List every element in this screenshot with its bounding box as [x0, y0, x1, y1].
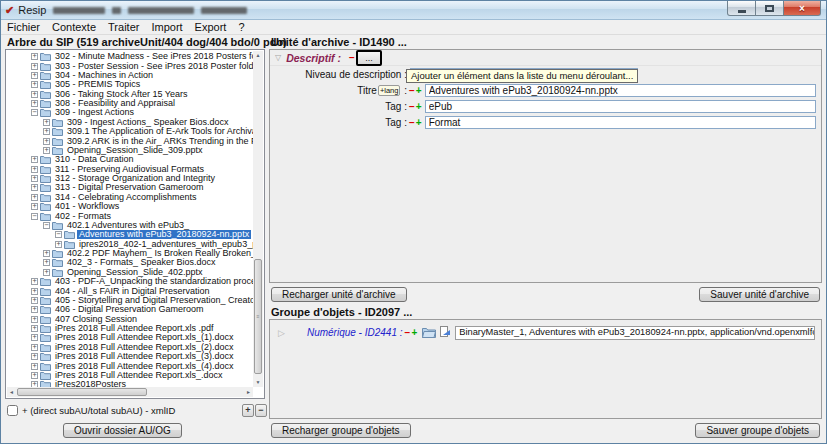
titlebar[interactable]: ✔ Resip ×: [1, 1, 826, 20]
tree-item-label: iPres 2018 Full Attendee Report.xls_(3).…: [53, 352, 236, 361]
save-unit-button[interactable]: Sauver unité d'archive: [699, 287, 820, 302]
folder-icon: [40, 287, 51, 296]
remove-field-icon[interactable]: −: [409, 102, 415, 112]
maximize-button[interactable]: [755, 1, 784, 16]
open-folder-icon[interactable]: [422, 324, 436, 342]
tree-expander-icon[interactable]: +: [55, 241, 62, 248]
close-button[interactable]: ×: [783, 1, 821, 16]
folder-icon: [40, 371, 51, 380]
save-object-group-button[interactable]: Sauver groupe d'objets: [695, 423, 820, 438]
subau-count-checkbox[interactable]: [7, 405, 18, 416]
tree-expander-icon[interactable]: +: [31, 63, 38, 70]
tree-expander-icon[interactable]: +: [31, 372, 38, 379]
tree-expander-icon[interactable]: +: [31, 353, 38, 360]
tree-expander-icon[interactable]: +: [43, 147, 50, 154]
tree-item[interactable]: + iPres2018Posters: [7, 380, 253, 387]
main-area: Arbre du SIP (519 archiveUnit/404 dog/40…: [1, 35, 826, 443]
menu-contexte[interactable]: Contexte: [46, 20, 102, 35]
tag-field[interactable]: [425, 116, 816, 129]
tree-expander-icon[interactable]: +: [31, 184, 38, 191]
add-object-icon[interactable]: +: [411, 328, 417, 338]
tree-expander-icon[interactable]: +: [43, 269, 50, 276]
reload-unit-button[interactable]: Recharger unité d'archive: [271, 287, 407, 302]
menu-import[interactable]: Import: [145, 20, 188, 35]
tree-expander-icon[interactable]: −: [31, 109, 38, 116]
scroll-up-icon[interactable]: ▲: [253, 51, 263, 60]
tree-expander-icon[interactable]: +: [31, 325, 38, 332]
tree-item[interactable]: + iPres 2018 Full Attendee Report.xls_.d…: [7, 371, 253, 380]
tree-expander-icon[interactable]: +: [31, 72, 38, 79]
tree-expander-icon[interactable]: +: [31, 278, 38, 285]
tree-expander-icon[interactable]: +: [43, 138, 50, 145]
descriptif-label: Descriptif :: [286, 52, 341, 64]
tree-expander-icon[interactable]: +: [31, 53, 38, 60]
scroll-left-icon[interactable]: ◄: [7, 387, 16, 397]
tree-horizontal-scrollbar[interactable]: ◄ ►: [7, 387, 253, 397]
expand-all-button[interactable]: +: [242, 404, 254, 417]
export-file-icon[interactable]: [439, 324, 451, 342]
remove-descriptif-icon[interactable]: −: [349, 53, 355, 63]
menu-export[interactable]: Export: [189, 20, 233, 35]
title-redacted-text: [201, 7, 247, 14]
add-field-icon[interactable]: +: [416, 118, 422, 128]
collapse-triangle-icon[interactable]: ▽: [275, 53, 281, 62]
add-element-button[interactable]: ...: [356, 50, 382, 66]
minimize-button[interactable]: [727, 1, 756, 16]
tree-expander-icon[interactable]: +: [31, 288, 38, 295]
tree-expander-icon[interactable]: +: [31, 316, 38, 323]
scroll-down-icon[interactable]: ▼: [253, 378, 263, 387]
tree-item[interactable]: + 302 - Minute Madness - See iPres 2018 …: [7, 52, 253, 61]
tree-expander-icon[interactable]: +: [31, 363, 38, 370]
tree-item[interactable]: + 403 - PDF-A_Unpacking the standardizat…: [7, 277, 253, 286]
tree-item[interactable]: + 401 - Workflows: [7, 202, 253, 211]
menu-help[interactable]: ?: [232, 20, 250, 35]
expand-triangle-icon[interactable]: ▷: [278, 328, 285, 338]
tree-expander-icon[interactable]: +: [31, 203, 38, 210]
tree-expander-icon[interactable]: +: [31, 175, 38, 182]
tree-item[interactable]: + iPres 2018 Full Attendee Report.xls_(3…: [7, 352, 253, 361]
menu-fichier[interactable]: Fichier: [1, 20, 46, 35]
tree-expander-icon[interactable]: +: [31, 194, 38, 201]
add-field-icon[interactable]: +: [416, 86, 422, 96]
horizontal-scroll-thumb[interactable]: [17, 388, 147, 396]
tree-expander-icon[interactable]: +: [31, 91, 38, 98]
tree-expander-icon[interactable]: −: [43, 222, 50, 229]
tree-expander-icon[interactable]: +: [43, 250, 50, 257]
remove-field-icon[interactable]: −: [409, 118, 415, 128]
vertical-scroll-thumb[interactable]: ≡: [254, 259, 262, 373]
tree-expander-icon[interactable]: −: [31, 213, 38, 220]
tree-item[interactable]: + 314 - Celebrating Accomplishments: [7, 193, 253, 202]
tree-expander-icon[interactable]: +: [31, 344, 38, 351]
add-field-icon[interactable]: +: [416, 102, 422, 112]
tag-field[interactable]: [425, 100, 816, 113]
folder-icon: [40, 305, 51, 314]
tree-vertical-scrollbar[interactable]: ▲ ≡ ▼: [253, 51, 263, 387]
tree-expander-icon[interactable]: +: [31, 166, 38, 173]
tree-expander-icon[interactable]: +: [31, 297, 38, 304]
menu-traiter[interactable]: Traiter: [102, 20, 145, 35]
window-controls: ×: [727, 1, 821, 16]
tree-expander-icon[interactable]: +: [43, 259, 50, 266]
tree-expander-icon[interactable]: +: [43, 119, 50, 126]
tree-expander-icon[interactable]: −: [55, 231, 62, 238]
field-row-niveau: Niveau de description : − ▾ Ajouter un é…: [270, 67, 821, 82]
collapse-all-button[interactable]: −: [255, 404, 267, 417]
folder-icon: [40, 108, 51, 117]
open-folder-button[interactable]: Ouvrir dossier AU/OG: [63, 423, 182, 438]
tree-expander-icon[interactable]: +: [31, 81, 38, 88]
tree-expander-icon[interactable]: +: [31, 156, 38, 163]
tree-expander-icon[interactable]: +: [43, 128, 50, 135]
binary-master-field[interactable]: BinaryMaster_1, Adventures with ePub3_20…: [455, 326, 815, 340]
tree-expander-icon[interactable]: +: [31, 306, 38, 313]
reload-object-group-button[interactable]: Recharger groupe d'objets: [271, 423, 411, 438]
tree-expander-icon[interactable]: +: [31, 334, 38, 341]
tree-item[interactable]: + 309.1 The Application of E-Ark Tools f…: [7, 127, 253, 136]
titre-field[interactable]: [425, 84, 816, 97]
field-row-tag1: Tag : − +: [270, 99, 821, 114]
lang-badge[interactable]: +lang: [378, 85, 401, 96]
tree-expander-icon[interactable]: +: [31, 100, 38, 107]
remove-field-icon[interactable]: −: [409, 86, 415, 96]
remove-object-icon[interactable]: −: [405, 328, 411, 338]
scroll-right-icon[interactable]: ►: [244, 387, 253, 397]
folder-icon: [40, 202, 51, 211]
